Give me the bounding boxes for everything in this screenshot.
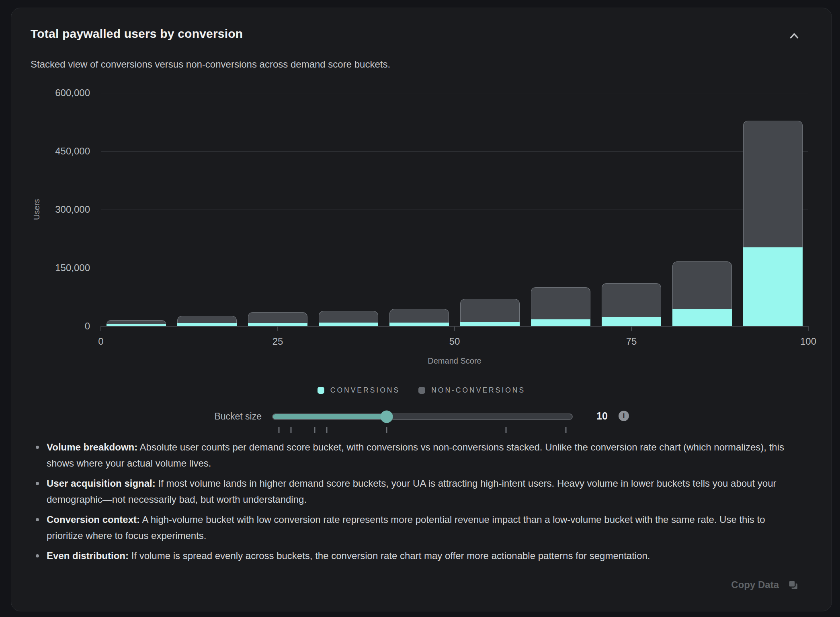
- copy-icon: [788, 580, 799, 590]
- bar-segment-conversions[interactable]: [107, 324, 166, 326]
- slider-tick-mark: [314, 427, 316, 433]
- bar-segment-conversions[interactable]: [531, 319, 590, 326]
- slider-tick-mark: [290, 427, 291, 433]
- stacked-bar-10-20[interactable]: [177, 316, 237, 326]
- gridline: [101, 151, 808, 152]
- bar-segment-conversions[interactable]: [743, 247, 803, 326]
- bar-segment-non-conversions[interactable]: [177, 316, 237, 323]
- copy-data-button[interactable]: Copy Data: [731, 579, 799, 590]
- x-tick-label: 75: [626, 336, 637, 347]
- bullet-dot: [36, 518, 39, 521]
- bar-segment-non-conversions[interactable]: [460, 299, 520, 321]
- plot-area: 0150,000300,000450,000600,0000255075100: [101, 93, 808, 326]
- stacked-bar-60-70[interactable]: [531, 287, 590, 326]
- y-tick-label: 0: [2, 320, 90, 332]
- card-subtitle: Stacked view of conversions versus non-c…: [31, 59, 390, 70]
- stacked-bar-70-80[interactable]: [602, 283, 661, 326]
- bar-segment-non-conversions[interactable]: [248, 312, 307, 323]
- x-tick-label: 25: [272, 336, 283, 347]
- x-tick-mark: [808, 326, 809, 331]
- legend-swatch-icon: [318, 387, 324, 394]
- x-tick-mark: [277, 326, 278, 331]
- bullet-dot: [36, 554, 39, 557]
- bar-segment-non-conversions[interactable]: [319, 311, 378, 323]
- legend-item[interactable]: CONVERSIONS: [318, 386, 400, 395]
- x-tick-mark: [631, 326, 632, 331]
- note-item: Volume breakdown: Absolute user counts p…: [36, 439, 801, 471]
- x-tick-label: 0: [98, 336, 103, 347]
- stacked-bar-30-40[interactable]: [319, 311, 378, 326]
- bullet-dot: [36, 446, 39, 449]
- x-axis-title: Demand Score: [101, 356, 808, 366]
- bar-segment-conversions[interactable]: [460, 322, 520, 326]
- legend-item[interactable]: NON-CONVERSIONS: [418, 386, 525, 395]
- x-tick-mark: [100, 326, 101, 331]
- bar-segment-non-conversions[interactable]: [531, 287, 590, 319]
- bar-segment-conversions[interactable]: [248, 323, 307, 326]
- bucket-size-slider[interactable]: [272, 413, 573, 420]
- slider-tick-mark: [278, 427, 279, 433]
- slider-tick-mark: [326, 427, 327, 433]
- stacked-bar-50-60[interactable]: [460, 299, 520, 326]
- slider-fill: [273, 414, 387, 419]
- stacked-bar-90-100[interactable]: [743, 121, 803, 326]
- slider-label: Bucket size: [152, 411, 262, 422]
- bar-segment-non-conversions[interactable]: [743, 121, 803, 247]
- bar-segment-non-conversions[interactable]: [107, 320, 166, 325]
- bullet-dot: [36, 482, 39, 485]
- stacked-bar-0-10[interactable]: [107, 320, 166, 326]
- gridline: [101, 93, 808, 93]
- note-text: Even distribution: If volume is spread e…: [47, 548, 650, 564]
- page-background: Total paywalled users by conversion Stac…: [0, 0, 840, 617]
- bar-segment-conversions[interactable]: [319, 323, 378, 326]
- y-tick-label: 150,000: [2, 262, 90, 274]
- slider-tick-mark: [565, 427, 567, 433]
- note-text: User acquisition signal: If most volume …: [47, 475, 801, 508]
- notes-list: Volume breakdown: Absolute user counts p…: [36, 439, 801, 564]
- chevron-up-icon: [785, 27, 803, 45]
- slider-value: 10: [588, 410, 617, 422]
- x-tick-label: 50: [449, 336, 460, 347]
- copy-data-label: Copy Data: [731, 579, 779, 590]
- y-tick-label: 300,000: [2, 204, 90, 216]
- gridline: [101, 210, 808, 210]
- chart-card: Total paywalled users by conversion Stac…: [11, 8, 832, 611]
- stacked-bar-80-90[interactable]: [672, 261, 732, 326]
- chart-legend: CONVERSIONSNON-CONVERSIONS: [11, 386, 832, 395]
- y-tick-label: 600,000: [2, 87, 90, 99]
- card-footer: Copy Data: [731, 579, 799, 590]
- legend-swatch-icon: [418, 387, 425, 394]
- note-text: Conversion context: A high-volume bucket…: [47, 512, 801, 544]
- info-icon[interactable]: i: [619, 411, 629, 421]
- y-tick-label: 450,000: [2, 145, 90, 157]
- note-item: Conversion context: A high-volume bucket…: [36, 512, 801, 544]
- bar-segment-conversions[interactable]: [672, 309, 732, 326]
- slider-thumb[interactable]: [380, 411, 393, 423]
- note-item: User acquisition signal: If most volume …: [36, 475, 801, 508]
- bar-segment-non-conversions[interactable]: [389, 309, 449, 323]
- bar-segment-conversions[interactable]: [177, 323, 237, 326]
- legend-label: NON-CONVERSIONS: [431, 386, 525, 395]
- collapse-button[interactable]: [785, 27, 803, 45]
- bar-segment-non-conversions[interactable]: [602, 283, 661, 317]
- card-title: Total paywalled users by conversion: [31, 27, 243, 41]
- x-tick-label: 100: [800, 336, 816, 347]
- note-text: Volume breakdown: Absolute user counts p…: [47, 439, 801, 471]
- stacked-bar-40-50[interactable]: [389, 309, 449, 327]
- bar-segment-non-conversions[interactable]: [672, 261, 732, 309]
- bar-segment-conversions[interactable]: [389, 323, 449, 326]
- x-tick-mark: [454, 326, 455, 331]
- bar-segment-conversions[interactable]: [602, 317, 661, 326]
- note-item: Even distribution: If volume is spread e…: [36, 548, 801, 564]
- legend-label: CONVERSIONS: [330, 386, 400, 395]
- slider-tick-mark: [506, 427, 507, 433]
- slider-tick-mark: [386, 427, 387, 433]
- stacked-bar-20-30[interactable]: [248, 312, 307, 326]
